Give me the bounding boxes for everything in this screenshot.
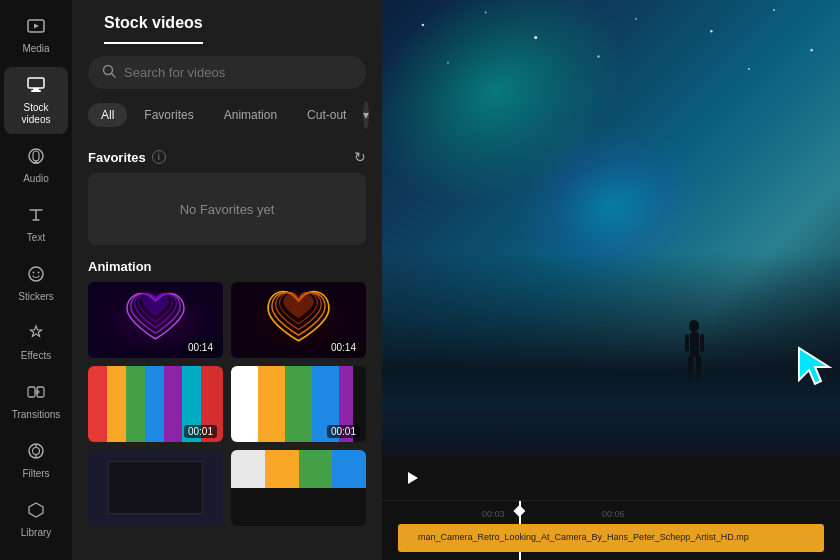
library-icon xyxy=(26,500,46,523)
sidebar-item-transitions[interactable]: Transitions xyxy=(4,374,68,429)
filter-more-button[interactable]: ▾ xyxy=(363,101,369,129)
animation-video-grid: 00:14 00:14 xyxy=(88,282,366,526)
svg-marker-16 xyxy=(29,503,43,517)
svg-point-27 xyxy=(597,55,600,58)
filter-tabs: All Favorites Animation Cut-out ▾ xyxy=(72,101,382,139)
playback-bar xyxy=(382,456,840,500)
video-thumb-anim6[interactable] xyxy=(231,450,366,526)
video-thumb-anim2[interactable]: 00:14 xyxy=(231,282,366,358)
sidebar-item-label-stock: Stock videos xyxy=(22,102,51,126)
sidebar-item-text[interactable]: Text xyxy=(4,197,68,252)
preview-video xyxy=(382,0,840,456)
video-thumb-anim4[interactable]: 00:01 xyxy=(231,366,366,442)
svg-point-21 xyxy=(534,36,537,39)
video-duration-anim2: 00:14 xyxy=(327,341,360,354)
favorites-empty-state: No Favorites yet xyxy=(88,173,366,245)
svg-rect-11 xyxy=(37,387,44,397)
video-thumb-anim5[interactable] xyxy=(88,450,223,526)
video-duration-anim1: 00:14 xyxy=(184,341,217,354)
svg-point-24 xyxy=(773,9,775,11)
stickers-icon xyxy=(26,264,46,287)
filters-icon xyxy=(26,441,46,464)
play-button[interactable] xyxy=(398,464,426,492)
filter-tab-animation[interactable]: Animation xyxy=(211,103,290,127)
favorites-info-icon[interactable]: i xyxy=(152,150,166,164)
filter-tab-favorites[interactable]: Favorites xyxy=(131,103,206,127)
svg-line-18 xyxy=(112,74,116,78)
video-thumb-anim1[interactable]: 00:14 xyxy=(88,282,223,358)
stock-videos-icon xyxy=(26,75,46,98)
svg-marker-36 xyxy=(408,472,418,484)
video-thumb-anim3[interactable]: 00:01 xyxy=(88,366,223,442)
svg-point-29 xyxy=(689,320,699,332)
filter-tab-cutout[interactable]: Cut-out xyxy=(294,103,359,127)
svg-point-19 xyxy=(422,24,425,27)
sidebar-item-filters[interactable]: Filters xyxy=(4,433,68,488)
svg-point-9 xyxy=(38,272,40,274)
svg-point-26 xyxy=(447,62,449,64)
right-area: 00:03 00:06 man_Camera_Retro_Looking_At_… xyxy=(382,0,840,560)
svg-rect-1 xyxy=(28,78,44,88)
snow-ground xyxy=(382,365,840,456)
sidebar-item-label-filters: Filters xyxy=(22,468,49,480)
search-input[interactable] xyxy=(124,65,352,80)
sidebar-item-label-text: Text xyxy=(27,232,45,244)
search-icon xyxy=(102,64,116,81)
svg-point-28 xyxy=(748,68,750,70)
svg-rect-30 xyxy=(690,332,699,357)
sidebar-item-effects[interactable]: Effects xyxy=(4,315,68,370)
panel-title: Stock videos xyxy=(104,0,203,44)
effects-icon xyxy=(26,323,46,346)
sidebar-item-library[interactable]: Library xyxy=(4,492,68,547)
stars-svg xyxy=(382,0,840,251)
svg-point-22 xyxy=(635,18,637,20)
svg-rect-31 xyxy=(685,334,689,352)
svg-rect-10 xyxy=(28,387,35,397)
svg-point-8 xyxy=(33,272,35,274)
svg-rect-3 xyxy=(33,88,39,90)
audio-icon xyxy=(26,146,46,169)
favorites-refresh-button[interactable]: ↻ xyxy=(354,149,366,165)
sidebar-item-stickers[interactable]: Stickers xyxy=(4,256,68,311)
transitions-icon xyxy=(26,382,46,405)
text-icon xyxy=(26,205,46,228)
video-duration-anim3: 00:01 xyxy=(184,425,217,438)
filter-tab-all[interactable]: All xyxy=(88,103,127,127)
panel-content: Favorites i ↻ No Favorites yet Animation xyxy=(72,139,382,560)
preview-area xyxy=(382,0,840,456)
animation-title: Animation xyxy=(88,259,152,274)
sidebar-item-label-effects: Effects xyxy=(21,350,51,362)
sidebar-item-label-media: Media xyxy=(22,43,49,55)
svg-rect-2 xyxy=(31,90,41,92)
favorites-section-header: Favorites i ↻ xyxy=(88,149,366,165)
sidebar-item-label-transitions: Transitions xyxy=(12,409,61,421)
sidebar: Media Stock videos Audio T xyxy=(0,0,72,560)
favorites-title: Favorites i xyxy=(88,150,166,165)
timeline-track-label: man_Camera_Retro_Looking_At_Camera_By_Ha… xyxy=(418,532,749,542)
timeline-track[interactable]: man_Camera_Retro_Looking_At_Camera_By_Ha… xyxy=(398,524,824,552)
timeline: 00:03 00:06 man_Camera_Retro_Looking_At_… xyxy=(382,500,840,560)
animation-section-header: Animation xyxy=(88,259,366,274)
svg-point-23 xyxy=(710,30,713,33)
sidebar-item-label-library: Library xyxy=(21,527,52,539)
sidebar-item-audio[interactable]: Audio xyxy=(4,138,68,193)
chevron-down-icon: ▾ xyxy=(363,108,369,122)
stock-videos-panel: Stock videos All Favorites Animation Cut… xyxy=(72,0,382,560)
aurora-overlay xyxy=(382,0,840,456)
sidebar-item-label-audio: Audio xyxy=(23,173,49,185)
video-duration-anim4: 00:01 xyxy=(327,425,360,438)
timeline-mark-2: 00:06 xyxy=(602,509,625,519)
search-bar[interactable] xyxy=(88,56,366,89)
panel-header-wrap: Stock videos xyxy=(72,0,382,44)
timeline-mark-1: 00:03 xyxy=(482,509,505,519)
sidebar-item-label-stickers: Stickers xyxy=(18,291,54,303)
sidebar-item-stock-videos[interactable]: Stock videos xyxy=(4,67,68,134)
timeline-ruler: 00:03 00:06 xyxy=(382,509,840,525)
svg-point-20 xyxy=(485,12,487,14)
svg-rect-32 xyxy=(700,334,704,352)
svg-point-25 xyxy=(810,49,813,52)
sidebar-item-media[interactable]: Media xyxy=(4,8,68,63)
svg-point-7 xyxy=(29,267,43,281)
svg-point-13 xyxy=(33,448,40,455)
media-icon xyxy=(26,16,46,39)
